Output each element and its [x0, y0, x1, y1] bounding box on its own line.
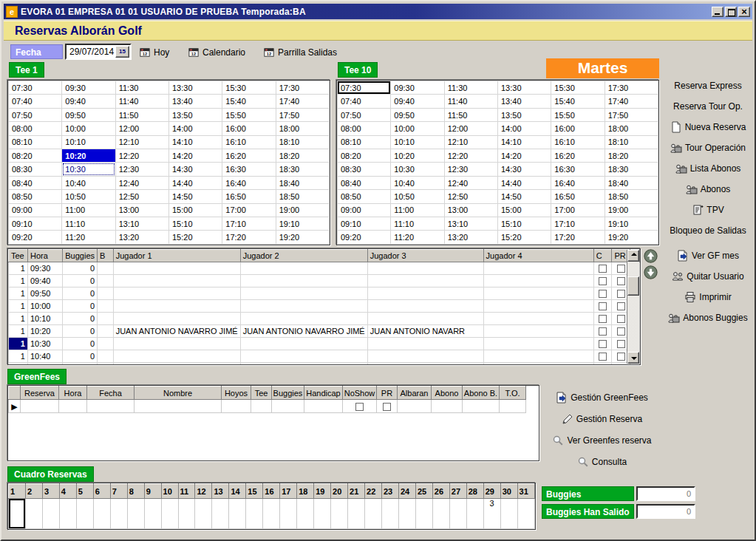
tee10-time-cell[interactable]: 16:10 [551, 135, 605, 149]
scrollbar-thumb[interactable] [627, 276, 639, 296]
players-cell-j2[interactable] [240, 363, 367, 366]
gf-cell-albaran[interactable] [398, 400, 432, 413]
tee10-time-cell[interactable]: 15:20 [497, 231, 551, 245]
tee1-time-cell[interactable]: 10:00 [62, 122, 115, 135]
tee10-time-cell[interactable]: 14:20 [497, 149, 551, 163]
pr-checkbox[interactable] [617, 277, 625, 285]
tee1-time-cell[interactable]: 13:30 [168, 81, 222, 95]
tee10-time-cell[interactable]: 10:30 [391, 163, 444, 176]
toolbar-button-parrilla-salidas[interactable]: Parrilla Salidas [263, 46, 337, 59]
tee1-time-cell[interactable]: 14:50 [168, 190, 222, 203]
players-cell-j2[interactable]: JUAN ANTONIO NAVARRO JIMÉ [240, 325, 367, 338]
sidebar-item-abonos-buggies[interactable]: Abonos Buggies [661, 307, 755, 328]
tee1-time-cell[interactable]: 07:50 [9, 108, 62, 121]
players-cell-j2[interactable] [240, 275, 367, 287]
minimize-button[interactable] [712, 7, 723, 17]
tee10-time-cell[interactable]: 15:00 [497, 203, 551, 217]
tee10-time-cell[interactable]: 14:00 [497, 122, 551, 135]
players-cell-j4[interactable] [483, 300, 593, 313]
tee1-time-cell[interactable]: 18:30 [276, 163, 329, 176]
sidebar-item-tour-operaci-n[interactable]: Tour Operación [661, 137, 755, 158]
players-cell-j3[interactable] [367, 350, 483, 363]
pr-checkbox[interactable] [617, 265, 625, 273]
tee1-time-cell[interactable]: 16:50 [222, 190, 276, 203]
tee10-time-cell[interactable]: 08:00 [338, 122, 391, 135]
pr-checkbox[interactable] [617, 327, 625, 336]
players-cell-j1[interactable] [113, 262, 240, 275]
tee1-time-cell[interactable]: 16:30 [222, 163, 276, 176]
gf-cell-hora[interactable] [59, 400, 87, 413]
players-cell-j1[interactable] [113, 313, 240, 325]
tee10-time-cell[interactable]: 16:50 [551, 190, 605, 203]
players-cell-b[interactable] [98, 363, 114, 366]
players-scrollbar[interactable] [627, 250, 639, 364]
players-cell-j4[interactable] [483, 275, 593, 287]
tee10-time-cell[interactable]: 16:40 [551, 176, 605, 189]
sidebar-item-nueva-reserva[interactable]: Nueva Reserva [661, 117, 755, 137]
tee1-time-cell[interactable]: 17:50 [276, 108, 329, 121]
tee1-time-cell[interactable]: 08:10 [9, 135, 62, 149]
tee1-time-cell[interactable]: 16:20 [222, 149, 276, 163]
players-cell-j1[interactable] [113, 300, 240, 313]
tee1-time-cell[interactable]: 13:40 [168, 95, 222, 108]
tee10-time-cell[interactable]: 13:30 [497, 81, 551, 95]
cuadro-day-cell[interactable] [59, 499, 76, 529]
cuadro-day-cell[interactable] [432, 499, 449, 529]
players-table-row[interactable]: 110:200JUAN ANTONIO NAVARRO JIMÉJUAN ANT… [9, 325, 640, 338]
tee1-time-cell[interactable]: 14:00 [168, 122, 222, 135]
c-checkbox[interactable] [599, 340, 607, 348]
tee1-time-cell[interactable]: 10:30 [62, 163, 115, 176]
tee1-time-cell[interactable]: 17:10 [222, 217, 276, 231]
gf-cell-abono[interactable] [432, 400, 463, 413]
tee1-time-cell[interactable]: 10:10 [62, 135, 115, 149]
players-cell-j4[interactable] [483, 325, 593, 338]
pr-checkbox[interactable] [617, 340, 625, 348]
players-cell-j2[interactable] [240, 287, 367, 300]
cuadro-day-cell[interactable] [331, 499, 348, 529]
cuadro-day-cell[interactable] [314, 499, 331, 529]
tee1-time-cell[interactable]: 18:20 [276, 149, 329, 163]
tee10-time-cell[interactable]: 17:40 [605, 95, 658, 108]
cuadro-day-cell[interactable] [500, 499, 517, 529]
pr-checkbox[interactable] [617, 315, 625, 323]
tee10-time-cell[interactable]: 10:20 [391, 149, 444, 163]
players-cell-b[interactable] [98, 350, 114, 363]
tee10-time-cell[interactable]: 08:20 [338, 149, 391, 163]
tee1-time-cell[interactable]: 11:40 [115, 95, 168, 108]
players-cell-tee[interactable]: 1 [9, 313, 28, 325]
cuadro-day-cell[interactable] [161, 499, 178, 529]
cuadro-day-cell[interactable] [280, 499, 297, 529]
tee10-time-cell[interactable]: 18:50 [605, 190, 658, 203]
players-cell-buggies[interactable]: 0 [63, 363, 98, 366]
tee1-time-cell[interactable]: 07:40 [9, 95, 62, 108]
toolbar-button-hoy[interactable]: Hoy [139, 46, 169, 59]
tee1-time-cell[interactable]: 12:10 [115, 135, 168, 149]
tee10-time-cell[interactable]: 12:20 [444, 149, 497, 163]
tee1-time-cell[interactable]: 09:20 [9, 231, 62, 245]
players-cell-b[interactable] [98, 300, 114, 313]
close-button[interactable] [738, 7, 750, 17]
players-cell-tee[interactable]: 1 [9, 325, 28, 338]
tee1-time-cell[interactable]: 18:00 [276, 122, 329, 135]
players-table-row[interactable]: 110:300 [9, 338, 640, 350]
players-cell-buggies[interactable]: 0 [63, 300, 98, 313]
tee10-time-cell[interactable]: 07:30 [338, 81, 391, 95]
tee1-time-cell[interactable]: 15:10 [168, 217, 222, 231]
tee1-time-cell[interactable]: 08:00 [9, 122, 62, 135]
tee10-time-cell[interactable]: 17:00 [551, 203, 605, 217]
players-cell-j4[interactable] [483, 363, 593, 366]
tee1-time-cell[interactable]: 10:20 [62, 149, 115, 163]
players-cell-j1[interactable] [113, 338, 240, 350]
players-cell-hora[interactable]: 10:10 [27, 313, 62, 325]
tee10-time-cell[interactable]: 09:00 [338, 203, 391, 217]
players-cell-j1[interactable] [113, 363, 240, 366]
players-table-row[interactable]: 109:400 [9, 275, 640, 287]
players-cell-b[interactable] [98, 325, 114, 338]
tee10-time-cell[interactable]: 08:50 [338, 190, 391, 203]
players-cell-buggies[interactable]: 0 [63, 287, 98, 300]
tee1-time-cell[interactable]: 15:00 [168, 203, 222, 217]
gf-cell-to[interactable] [500, 400, 526, 413]
tee1-time-cell[interactable]: 14:20 [168, 149, 222, 163]
cuadro-day-cell[interactable] [517, 499, 534, 529]
players-cell-b[interactable] [98, 275, 114, 287]
